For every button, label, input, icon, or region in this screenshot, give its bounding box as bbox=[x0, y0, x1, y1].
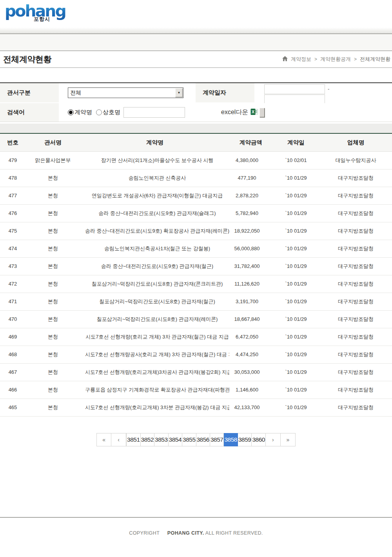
excel-icon[interactable]: X bbox=[250, 108, 258, 117]
search-term-label: 검색어 bbox=[0, 103, 59, 122]
cell-date: `10 01/29 bbox=[272, 240, 319, 257]
pagination-prev-button[interactable]: ‹ bbox=[111, 433, 126, 446]
breadcrumb-separator: > bbox=[354, 56, 357, 62]
table-row: 468 본청 시도7호선 선형개량공사(호리교 개체) 3차 관급자재(철근) … bbox=[0, 346, 392, 363]
search-input[interactable] bbox=[123, 107, 185, 118]
cell-company: 대구지방조달청 bbox=[319, 293, 392, 310]
cell-no: 479 bbox=[0, 151, 25, 169]
cell-company: 대일누수탐지공사 bbox=[319, 151, 392, 169]
radio-company-name[interactable]: 상호명 bbox=[96, 109, 120, 116]
date-range-dash: - bbox=[328, 84, 329, 93]
cell-contract-name[interactable]: 칠포삼거리~덕장리간도로(시도8호) 관급자재(콘크리트관) bbox=[80, 275, 229, 293]
cell-company: 대구지방조달청 bbox=[319, 187, 392, 204]
cell-company: 대구지방조달청 bbox=[319, 381, 392, 399]
col-header-date: 계약일 bbox=[272, 133, 319, 151]
pagination-page-3856[interactable]: 3856 bbox=[196, 433, 210, 446]
cell-office: 본청 bbox=[25, 381, 80, 399]
page-title: 전체계약현황 bbox=[3, 54, 51, 65]
cell-no: 476 bbox=[0, 204, 25, 222]
breadcrumb-item-status-public[interactable]: 계약현황공개 bbox=[320, 56, 351, 63]
contracts-table: 번호 관서명 계약명 계약금액 계약일 업체명 479 맑은물사업본부 장기면 … bbox=[0, 133, 392, 417]
pagination-page-3851[interactable]: 3851 bbox=[126, 433, 140, 446]
office-select[interactable]: 전체 ▼ bbox=[68, 87, 183, 98]
table-row: 478 본청 송림노인복지관 신축공사 477,190 `10 01/29 대구… bbox=[0, 169, 392, 187]
cell-date: `10 01/29 bbox=[272, 399, 319, 416]
pohang-logo[interactable]: pohang 포항시 bbox=[5, 2, 67, 25]
pagination-next-button[interactable]: › bbox=[266, 433, 281, 446]
radio-contract-name[interactable]: 계약명 bbox=[68, 109, 92, 116]
cell-office: 본청 bbox=[25, 275, 80, 293]
subheader-space bbox=[0, 34, 392, 51]
cell-contract-name[interactable]: 송라 중산~대전리간도로(시도9호) 관급자재(슬래그) bbox=[80, 204, 229, 222]
cell-company: 대구지방조달청 bbox=[319, 169, 392, 187]
cell-no: 465 bbox=[0, 399, 25, 416]
cell-amount: 1,146,600 bbox=[229, 381, 272, 399]
cell-date: `10 02/01 bbox=[272, 151, 319, 169]
pagination-page-3853[interactable]: 3853 bbox=[154, 433, 168, 446]
footer: COPYRIGHT POHANG CITY. ALL RIGHT RESERVE… bbox=[0, 517, 392, 557]
cell-no: 466 bbox=[0, 381, 25, 399]
pohang-logo-subtext: 포항시 bbox=[34, 16, 50, 23]
cell-contract-name[interactable]: 장기면 산서리(외1개소)마을상수도 보수공사 시행 bbox=[80, 151, 229, 169]
cell-no: 470 bbox=[0, 310, 25, 328]
excel-download-group[interactable]: excel다운 X bbox=[221, 108, 265, 117]
cell-contract-name[interactable]: 시도7호선 선형개량(호리교개체)3차공사 관급자재(봉강2회) 지급 bbox=[80, 363, 229, 381]
cell-company: 대구지방조달청 bbox=[319, 240, 392, 257]
date-from-input[interactable] bbox=[264, 84, 325, 94]
table-row: 473 본청 송라 중산~대전리간도로(시도9호) 관급자재(철근) 31,78… bbox=[0, 257, 392, 275]
title-bar: 전체계약현황 계약정보 > 계약현황공개 > 전체계약현황 bbox=[0, 51, 392, 68]
table-row: 475 본청 송라 중산~대전리간도로(시도9호) 확포장공사 관급자재(레미콘… bbox=[0, 222, 392, 240]
cell-office: 본청 bbox=[25, 187, 80, 204]
cell-no: 469 bbox=[0, 328, 25, 346]
filter-box: 관서구분 전체 ▼ 계약일자 - 검색어 계약명 bbox=[0, 82, 392, 122]
filter-row-1: 관서구분 전체 ▼ 계약일자 - bbox=[0, 83, 392, 102]
pagination-page-3859[interactable]: 3859 bbox=[238, 433, 252, 446]
pagination-page-3854[interactable]: 3854 bbox=[169, 433, 182, 446]
cell-contract-name[interactable]: 시도7호선 선형개량(호리교개체) 3차분 관급자재(봉강) 대금 지급 bbox=[80, 399, 229, 416]
cell-contract-name[interactable]: 칠포삼거리~덕장리간도로(시도8호) 관급자재(레미콘) bbox=[80, 310, 229, 328]
pagination-page-3860[interactable]: 3860 bbox=[252, 433, 265, 446]
cell-contract-name[interactable]: 송라 중산~대전리간도로(시도9호) 확포장공사 관급자재(레미콘) bbox=[80, 222, 229, 240]
cell-contract-name[interactable]: 칠포삼거리~덕장리간도로(시도8호) 관급자재(철근) bbox=[80, 293, 229, 310]
chevron-down-icon[interactable]: ▼ bbox=[175, 88, 183, 97]
cell-office: 본청 bbox=[25, 204, 80, 222]
cell-office: 본청 bbox=[25, 346, 80, 363]
footer-copyright-word: COPYRIGHT bbox=[129, 530, 160, 536]
breadcrumb-item-contract-info[interactable]: 계약정보 bbox=[291, 56, 311, 63]
pagination-page-3858[interactable]: 3858 bbox=[224, 433, 238, 446]
pagination-page-3855[interactable]: 3855 bbox=[182, 433, 196, 446]
cell-no: 471 bbox=[0, 293, 25, 310]
cell-date: `10 01/29 bbox=[272, 169, 319, 187]
search-type-radio-group: 계약명 상호명 bbox=[68, 109, 120, 116]
cell-office: 본청 bbox=[25, 240, 80, 257]
col-header-no: 번호 bbox=[0, 133, 25, 151]
cell-contract-name[interactable]: 시도7호선 선형개량(호리교 개체) 3차 관급자재(철근) 대금 지급 bbox=[80, 328, 229, 346]
header-gradient-band bbox=[0, 27, 392, 34]
cell-contract-name[interactable]: 송라 중산~대전리간도로(시도9호) 관급자재(철근) bbox=[80, 257, 229, 275]
cell-office: 본청 bbox=[25, 293, 80, 310]
cell-contract-name[interactable]: 구룡포읍 삼정지구 기계화경작로 확포장공사 관급자재대(파형관) bbox=[80, 381, 229, 399]
pagination-page-3852[interactable]: 3852 bbox=[141, 433, 154, 446]
excel-download-button[interactable] bbox=[260, 108, 265, 117]
table-row: 470 본청 칠포삼거리~덕장리간도로(시도8호) 관급자재(레미콘) 18,6… bbox=[0, 310, 392, 328]
cell-no: 468 bbox=[0, 346, 25, 363]
breadcrumb-separator: > bbox=[314, 56, 317, 62]
cell-office: 본청 bbox=[25, 399, 80, 416]
cell-office: 본청 bbox=[25, 328, 80, 346]
office-type-label: 관서구분 bbox=[0, 83, 59, 102]
pagination-last-button[interactable]: » bbox=[281, 433, 296, 446]
pagination-first-button[interactable]: « bbox=[96, 433, 111, 446]
cell-amount: 31,782,400 bbox=[229, 257, 272, 275]
excel-download-label[interactable]: excel다운 bbox=[221, 108, 248, 116]
cell-contract-name[interactable]: 송림노인복지관 신축공사 bbox=[80, 169, 229, 187]
radio-contract-name-input[interactable] bbox=[68, 109, 74, 115]
radio-company-name-input[interactable] bbox=[96, 109, 102, 115]
cell-contract-name[interactable]: 시도7호선 선형개량공사(호리교 개체) 3차 관급자재(철근) 대금 지급 bbox=[80, 346, 229, 363]
cell-contract-name[interactable]: 연일강변도로 개설공사(6차) 관급자재(이형철근) 대금지급 bbox=[80, 187, 229, 204]
table-row: 466 본청 구룡포읍 삼정지구 기계화경작로 확포장공사 관급자재대(파형관)… bbox=[0, 381, 392, 399]
office-select-value: 전체 bbox=[68, 89, 175, 96]
pagination-page-3857[interactable]: 3857 bbox=[210, 433, 224, 446]
cell-contract-name[interactable]: 송림노인복지관신축공사1차(철근 또는 강철봉) bbox=[80, 240, 229, 257]
cell-no: 475 bbox=[0, 222, 25, 240]
home-icon[interactable] bbox=[282, 56, 288, 62]
